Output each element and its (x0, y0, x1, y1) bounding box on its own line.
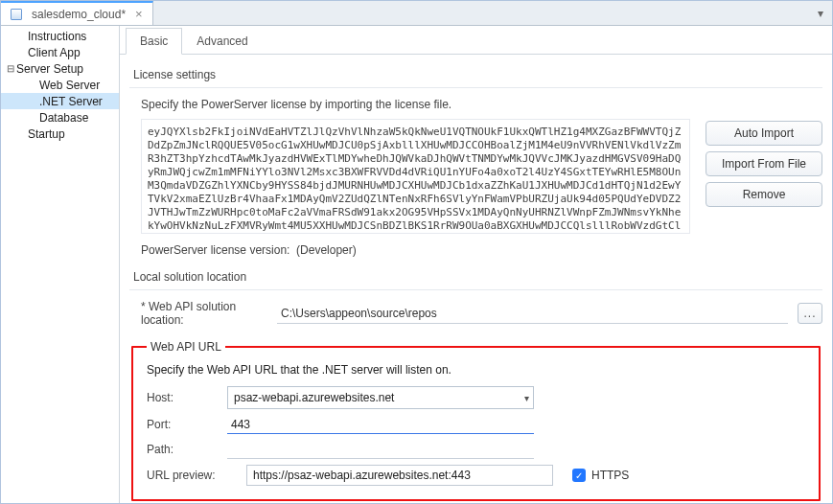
port-input[interactable] (227, 415, 534, 434)
https-checkbox[interactable]: ✓ HTTPS (572, 469, 629, 482)
tab-basic[interactable]: Basic (126, 28, 182, 55)
auto-import-button[interactable]: Auto Import (706, 121, 822, 146)
url-preview-label: URL preview: (147, 469, 227, 482)
tree-item-label: Web Server (39, 79, 100, 92)
license-version-value: (Developer) (296, 243, 357, 257)
web-api-group: Web API URL Specify the Web API URL that… (131, 340, 821, 501)
project-icon (11, 9, 22, 20)
tree-item-label: Database (39, 111, 88, 125)
host-label: Host: (147, 391, 227, 404)
license-description: Specify the PowerServer license by impor… (141, 98, 822, 111)
host-combobox[interactable]: psaz-webapi.azurewebsites.net ▾ (227, 386, 534, 409)
license-textarea[interactable]: eyJQYXlsb2FkIjoiNVdEaHVTZlJlQzVhVlNhzaW5… (141, 119, 690, 234)
path-input[interactable] (227, 440, 534, 459)
chevron-down-icon: ▾ (818, 7, 823, 20)
url-preview-value: https://psaz-webapi.azurewebsites.net:44… (246, 465, 553, 486)
web-api-legend: Web API URL (147, 340, 225, 354)
tree-item--net-server[interactable]: .NET Server (1, 93, 119, 109)
check-icon: ✓ (572, 469, 586, 482)
tree-item-server-setup[interactable]: ⊟Server Setup (1, 60, 119, 77)
import-from-file-button[interactable]: Import From File (706, 151, 822, 176)
remove-button[interactable]: Remove (706, 182, 822, 207)
document-tabbar: salesdemo_cloud* × ▾ (1, 1, 832, 26)
divider (129, 87, 822, 88)
tree-item-web-server[interactable]: Web Server (1, 77, 119, 93)
tree-item-label: .NET Server (39, 95, 103, 108)
settings-tabs: Basic Advanced (120, 26, 832, 55)
tree-item-client-app[interactable]: Client App (1, 44, 119, 60)
web-api-description: Specify the Web API URL that the .NET se… (147, 363, 805, 377)
divider (129, 289, 822, 290)
license-version-label: PowerServer license version: (141, 243, 289, 257)
solution-location-input[interactable] (277, 303, 788, 324)
tree-item-label: Client App (28, 46, 81, 59)
tree-item-instructions[interactable]: Instructions (1, 28, 119, 44)
tab-advanced[interactable]: Advanced (182, 28, 262, 55)
host-value: psaz-webapi.azurewebsites.net (234, 391, 394, 404)
tree-item-startup[interactable]: Startup (1, 126, 119, 142)
solution-group-label: Local solution location (133, 270, 822, 284)
document-tab[interactable]: salesdemo_cloud* × (1, 1, 153, 25)
document-tab-title: salesdemo_cloud* (32, 8, 126, 21)
browse-button[interactable]: ... (798, 303, 822, 324)
tree-item-label: Server Setup (16, 62, 83, 76)
content-scroll[interactable]: License settings Specify the PowerServer… (120, 55, 832, 503)
tree-item-label: Instructions (28, 30, 86, 43)
solution-location-label: * Web API solution location: (141, 300, 273, 327)
license-group-label: License settings (133, 68, 822, 81)
collapse-icon[interactable]: ⊟ (5, 63, 16, 74)
navigation-tree: InstructionsClient App⊟Server SetupWeb S… (1, 26, 120, 503)
path-label: Path: (147, 443, 227, 456)
tab-overflow-dropdown[interactable]: ▾ (813, 6, 828, 21)
chevron-down-icon: ▾ (524, 393, 529, 403)
tree-item-label: Startup (28, 127, 65, 141)
tree-item-database[interactable]: Database (1, 109, 119, 126)
port-label: Port: (147, 418, 227, 431)
close-icon[interactable]: × (135, 8, 143, 20)
https-label: HTTPS (591, 469, 629, 482)
